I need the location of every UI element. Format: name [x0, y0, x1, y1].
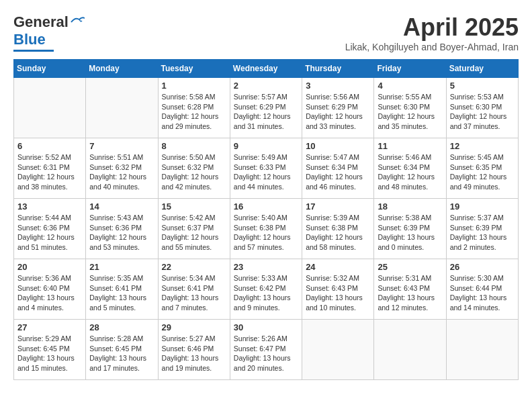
day-number: 29 — [162, 322, 226, 332]
day-info: Sunrise: 5:55 AM Sunset: 6:30 PM Dayligh… — [378, 92, 442, 132]
day-info: Sunrise: 5:53 AM Sunset: 6:30 PM Dayligh… — [450, 92, 515, 132]
day-info: Sunrise: 5:57 AM Sunset: 6:29 PM Dayligh… — [234, 92, 298, 132]
day-number: 22 — [162, 262, 226, 272]
calendar-week-row: 13Sunrise: 5:44 AM Sunset: 6:36 PM Dayli… — [14, 199, 519, 259]
day-number: 7 — [89, 141, 154, 151]
day-info: Sunrise: 5:42 AM Sunset: 6:37 PM Dayligh… — [162, 213, 226, 253]
day-info: Sunrise: 5:46 AM Sunset: 6:34 PM Dayligh… — [378, 152, 442, 192]
calendar-cell: 19Sunrise: 5:37 AM Sunset: 6:39 PM Dayli… — [446, 199, 518, 259]
day-info: Sunrise: 5:38 AM Sunset: 6:39 PM Dayligh… — [378, 213, 442, 253]
calendar-cell: 18Sunrise: 5:38 AM Sunset: 6:39 PM Dayli… — [374, 199, 446, 259]
calendar-cell: 27Sunrise: 5:29 AM Sunset: 6:45 PM Dayli… — [14, 320, 86, 380]
day-number: 26 — [450, 262, 515, 272]
day-number: 11 — [378, 141, 442, 151]
day-number: 27 — [17, 322, 82, 332]
weekday-header: Friday — [374, 60, 446, 78]
day-number: 24 — [306, 262, 370, 272]
calendar-cell: 11Sunrise: 5:46 AM Sunset: 6:34 PM Dayli… — [374, 138, 446, 199]
day-info: Sunrise: 5:51 AM Sunset: 6:32 PM Dayligh… — [89, 152, 154, 192]
day-number: 19 — [450, 201, 515, 212]
weekday-header: Saturday — [446, 60, 518, 78]
calendar-cell: 22Sunrise: 5:34 AM Sunset: 6:41 PM Dayli… — [158, 259, 230, 320]
day-number: 30 — [234, 322, 298, 332]
day-info: Sunrise: 5:36 AM Sunset: 6:40 PM Dayligh… — [17, 273, 82, 313]
day-info: Sunrise: 5:44 AM Sunset: 6:36 PM Dayligh… — [17, 213, 82, 253]
calendar-cell: 26Sunrise: 5:30 AM Sunset: 6:44 PM Dayli… — [446, 259, 518, 320]
day-number: 14 — [89, 201, 154, 212]
calendar-cell — [86, 78, 158, 138]
day-number: 21 — [89, 262, 154, 272]
day-info: Sunrise: 5:45 AM Sunset: 6:35 PM Dayligh… — [450, 152, 515, 192]
calendar-cell — [446, 320, 518, 380]
day-info: Sunrise: 5:30 AM Sunset: 6:44 PM Dayligh… — [450, 273, 515, 313]
logo-underline — [13, 50, 54, 52]
day-info: Sunrise: 5:52 AM Sunset: 6:31 PM Dayligh… — [17, 152, 82, 192]
calendar-week-row: 1Sunrise: 5:58 AM Sunset: 6:28 PM Daylig… — [14, 78, 519, 138]
calendar-cell: 7Sunrise: 5:51 AM Sunset: 6:32 PM Daylig… — [86, 138, 158, 199]
day-number: 4 — [378, 81, 442, 91]
day-info: Sunrise: 5:29 AM Sunset: 6:45 PM Dayligh… — [17, 334, 82, 373]
calendar-cell: 14Sunrise: 5:43 AM Sunset: 6:36 PM Dayli… — [86, 199, 158, 259]
calendar-week-row: 20Sunrise: 5:36 AM Sunset: 6:40 PM Dayli… — [14, 259, 519, 320]
day-info: Sunrise: 5:47 AM Sunset: 6:34 PM Dayligh… — [306, 152, 370, 192]
day-info: Sunrise: 5:32 AM Sunset: 6:43 PM Dayligh… — [306, 273, 370, 313]
day-info: Sunrise: 5:37 AM Sunset: 6:39 PM Dayligh… — [450, 213, 515, 253]
calendar-cell — [14, 78, 86, 138]
calendar-table: SundayMondayTuesdayWednesdayThursdayFrid… — [13, 59, 519, 380]
calendar-cell: 25Sunrise: 5:31 AM Sunset: 6:43 PM Dayli… — [374, 259, 446, 320]
day-info: Sunrise: 5:35 AM Sunset: 6:41 PM Dayligh… — [89, 273, 154, 313]
logo-general: General — [13, 13, 69, 31]
day-number: 2 — [234, 81, 298, 91]
day-number: 23 — [234, 262, 298, 272]
calendar-cell: 1Sunrise: 5:58 AM Sunset: 6:28 PM Daylig… — [158, 78, 230, 138]
day-info: Sunrise: 5:43 AM Sunset: 6:36 PM Dayligh… — [89, 213, 154, 253]
calendar-cell — [374, 320, 446, 380]
day-number: 17 — [306, 201, 370, 212]
day-number: 25 — [378, 262, 442, 272]
day-info: Sunrise: 5:33 AM Sunset: 6:42 PM Dayligh… — [234, 273, 298, 313]
day-info: Sunrise: 5:58 AM Sunset: 6:28 PM Dayligh… — [162, 92, 226, 132]
logo-blue: Blue — [13, 31, 46, 48]
calendar-cell: 16Sunrise: 5:40 AM Sunset: 6:38 PM Dayli… — [230, 199, 302, 259]
weekday-header: Tuesday — [158, 60, 230, 78]
calendar-cell: 30Sunrise: 5:26 AM Sunset: 6:47 PM Dayli… — [230, 320, 302, 380]
day-number: 6 — [17, 141, 82, 151]
day-info: Sunrise: 5:34 AM Sunset: 6:41 PM Dayligh… — [162, 273, 226, 313]
day-info: Sunrise: 5:31 AM Sunset: 6:43 PM Dayligh… — [378, 273, 442, 313]
calendar-cell: 9Sunrise: 5:49 AM Sunset: 6:33 PM Daylig… — [230, 138, 302, 199]
calendar-cell: 28Sunrise: 5:28 AM Sunset: 6:45 PM Dayli… — [86, 320, 158, 380]
day-info: Sunrise: 5:26 AM Sunset: 6:47 PM Dayligh… — [234, 334, 298, 373]
calendar-cell: 13Sunrise: 5:44 AM Sunset: 6:36 PM Dayli… — [14, 199, 86, 259]
day-number: 12 — [450, 141, 515, 151]
day-info: Sunrise: 5:49 AM Sunset: 6:33 PM Dayligh… — [234, 152, 298, 192]
day-number: 5 — [450, 81, 515, 91]
day-info: Sunrise: 5:27 AM Sunset: 6:46 PM Dayligh… — [162, 334, 226, 373]
day-number: 13 — [17, 201, 82, 212]
calendar-cell — [302, 320, 374, 380]
calendar-cell: 21Sunrise: 5:35 AM Sunset: 6:41 PM Dayli… — [86, 259, 158, 320]
day-number: 1 — [162, 81, 226, 91]
weekday-header: Wednesday — [230, 60, 302, 78]
calendar-cell: 24Sunrise: 5:32 AM Sunset: 6:43 PM Dayli… — [302, 259, 374, 320]
page-header: General Blue April 2025 Likak, Kohgiluye… — [13, 13, 519, 52]
calendar-week-row: 6Sunrise: 5:52 AM Sunset: 6:31 PM Daylig… — [14, 138, 519, 199]
day-number: 3 — [306, 81, 370, 91]
day-number: 8 — [162, 141, 226, 151]
calendar-cell: 29Sunrise: 5:27 AM Sunset: 6:46 PM Dayli… — [158, 320, 230, 380]
day-number: 20 — [17, 262, 82, 272]
calendar-cell: 15Sunrise: 5:42 AM Sunset: 6:37 PM Dayli… — [158, 199, 230, 259]
day-info: Sunrise: 5:28 AM Sunset: 6:45 PM Dayligh… — [89, 334, 154, 373]
day-number: 9 — [234, 141, 298, 151]
logo: General Blue — [13, 13, 85, 52]
day-number: 15 — [162, 201, 226, 212]
weekday-header: Monday — [86, 60, 158, 78]
month-title: April 2025 — [345, 13, 519, 42]
calendar-cell: 12Sunrise: 5:45 AM Sunset: 6:35 PM Dayli… — [446, 138, 518, 199]
calendar-cell: 6Sunrise: 5:52 AM Sunset: 6:31 PM Daylig… — [14, 138, 86, 199]
calendar-cell: 3Sunrise: 5:56 AM Sunset: 6:29 PM Daylig… — [302, 78, 374, 138]
day-number: 10 — [306, 141, 370, 151]
day-number: 28 — [89, 322, 154, 332]
calendar-cell: 23Sunrise: 5:33 AM Sunset: 6:42 PM Dayli… — [230, 259, 302, 320]
calendar-cell: 10Sunrise: 5:47 AM Sunset: 6:34 PM Dayli… — [302, 138, 374, 199]
calendar-cell: 5Sunrise: 5:53 AM Sunset: 6:30 PM Daylig… — [446, 78, 518, 138]
